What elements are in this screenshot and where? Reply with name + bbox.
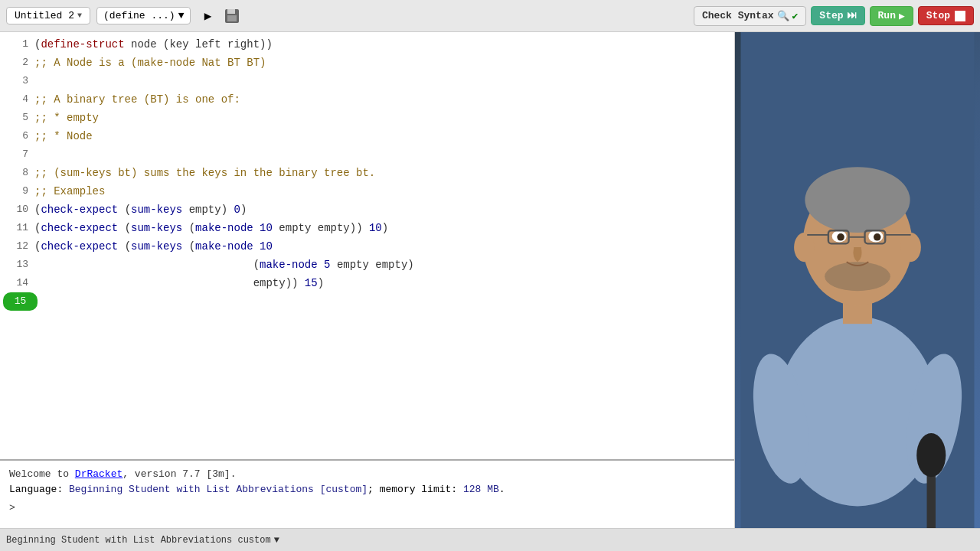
define-dropdown[interactable]: (define ...) ▼ [96,7,191,24]
statusbar: Beginning Student with List Abbreviation… [0,528,980,551]
svg-point-7 [805,167,910,233]
line-num-3: 3 [0,72,34,90]
svg-point-12 [837,233,844,241]
step-button[interactable]: Step ⏭ [811,6,864,25]
version-text: , version 7.7 [3m]. [122,468,236,480]
prompt-symbol: > [9,502,15,514]
code-line-10: 10 (check-expect (sum-keys empty) 0) [0,201,734,219]
line-num-6: 6 [0,127,34,145]
person-silhouette [735,32,980,528]
define-dropdown-arrow: ▼ [178,10,185,21]
statusbar-arrow: ▼ [274,535,279,546]
memory-value: 128 MB [463,484,499,495]
check-syntax-search-icon: 🔍 [777,10,789,22]
webcam-area [735,32,980,528]
code-line-9: 9 ;; Examples [0,182,734,201]
code-line-3: 3 [0,72,734,90]
line-content-2[interactable]: ;; A Node is a (make-node Nat BT BT) [34,54,734,72]
code-line-5: 5 ;; * empty [0,109,734,127]
line-num-9: 9 [0,182,34,201]
line-content-12[interactable]: (check-expect (sum-keys (make-node 10 [34,237,734,256]
line-num-5: 5 [0,109,34,127]
code-line-8: 8 ;; (sum-keys bt) sums the keys in the … [0,164,734,182]
stop-button[interactable]: Stop [918,6,974,25]
line-num-7: 7 [0,145,34,164]
drracket-link[interactable]: DrRacket [75,468,122,480]
stop-label: Stop [926,10,950,21]
language-label: Language: [9,484,69,495]
repl-language-line: Language: Beginning Student with List Ab… [9,482,725,497]
line-content-11[interactable]: (check-expect (sum-keys (make-node 10 em… [34,219,734,237]
code-line-11: 11 (check-expect (sum-keys (make-node 10… [0,219,734,237]
svg-rect-1 [227,9,235,14]
svg-point-9 [900,233,921,262]
file-tab-arrow: ▼ [77,11,82,20]
toolbar-icons: ▶ [197,5,243,27]
run-icon: ▶ [899,10,905,22]
svg-rect-22 [927,470,936,528]
check-syntax-button[interactable]: Check Syntax 🔍 ✔ [694,6,806,26]
line-content-4[interactable]: ;; A binary tree (BT) is one of: [34,90,734,109]
code-line-4: 4 ;; A binary tree (BT) is one of: [0,90,734,109]
main-area: 1 (define-struct node (key left right)) … [0,32,980,528]
step-icon: ⏭ [847,10,857,21]
line-content-8[interactable]: ;; (sum-keys bt) sums the keys in the bi… [34,164,734,182]
code-line-14: 14 empty)) 15) [0,274,734,292]
statusbar-language-label: Beginning Student with List Abbreviation… [6,535,271,546]
step-label: Step [819,10,843,21]
memory-label: ; memory limit: [368,484,463,495]
code-line-12: 12 (check-expect (sum-keys (make-node 10 [0,237,734,256]
define-dropdown-label: (define ...) [103,10,175,21]
toolbar-right: Check Syntax 🔍 ✔ Step ⏭ Run ▶ Stop [694,6,974,26]
run-label: Run [878,10,896,21]
line-num-12: 12 [0,237,34,256]
line-content-5[interactable]: ;; * empty [34,109,734,127]
line-content-1[interactable]: (define-struct node (key left right)) [34,35,734,54]
stop-icon [955,11,965,21]
check-syntax-check-icon: ✔ [792,10,799,22]
welcome-prefix: Welcome to [9,468,75,480]
code-line-2: 2 ;; A Node is a (make-node Nat BT BT) [0,54,734,72]
code-line-1: 1 (define-struct node (key left right)) [0,35,734,54]
check-syntax-label: Check Syntax [702,10,774,21]
file-tab[interactable]: Untitled 2 ▼ [6,7,90,24]
repl-area[interactable]: Welcome to DrRacket, version 7.7 [3m]. L… [0,461,734,528]
svg-rect-2 [227,15,237,21]
svg-point-8 [794,233,815,262]
memory-end: . [499,484,505,495]
line-content-6[interactable]: ;; * Node [34,127,734,145]
line-num-4: 4 [0,90,34,109]
code-line-15: 15 [0,292,734,311]
repl-prompt[interactable]: > [9,500,725,516]
code-line-7: 7 [0,145,734,164]
line-num-14: 14 [0,274,34,292]
line-num-8: 8 [0,164,34,182]
line-num-15: 15 [3,292,38,311]
run-button[interactable]: Run ▶ [870,6,913,26]
webcam-background [735,32,980,528]
line-content-10[interactable]: (check-expect (sum-keys empty) 0) [34,201,734,219]
line-content-13[interactable]: (make-node 5 empty empty) [34,256,734,274]
code-editor[interactable]: 1 (define-struct node (key left right)) … [0,32,735,528]
toolbar: Untitled 2 ▼ (define ...) ▼ ▶ Check Synt… [0,0,980,32]
code-lines: 1 (define-struct node (key left right)) … [0,32,734,311]
language-value: Beginning Student with List Abbreviation… [69,484,368,495]
save-icon[interactable] [221,5,243,27]
repl-welcome-text: Welcome to DrRacket, version 7.7 [3m]. [9,467,725,482]
line-content-14[interactable]: empty)) 15) [34,274,734,292]
code-area[interactable]: 1 (define-struct node (key left right)) … [0,32,734,461]
arrow-right-icon[interactable]: ▶ [197,5,218,27]
toolbar-left: Untitled 2 ▼ (define ...) ▼ ▶ [6,5,243,27]
line-num-13: 13 [0,256,34,274]
line-num-11: 11 [0,219,34,237]
language-selector[interactable]: Beginning Student with List Abbreviation… [6,535,279,546]
line-num-1: 1 [0,35,34,54]
line-num-2: 2 [0,54,34,72]
code-line-13: 13 (make-node 5 empty empty) [0,256,734,274]
svg-point-13 [874,233,881,241]
file-tab-label: Untitled 2 [15,10,74,21]
code-line-6: 6 ;; * Node [0,127,734,145]
line-content-9[interactable]: ;; Examples [34,182,734,201]
line-num-10: 10 [0,201,34,219]
svg-point-23 [916,433,946,477]
